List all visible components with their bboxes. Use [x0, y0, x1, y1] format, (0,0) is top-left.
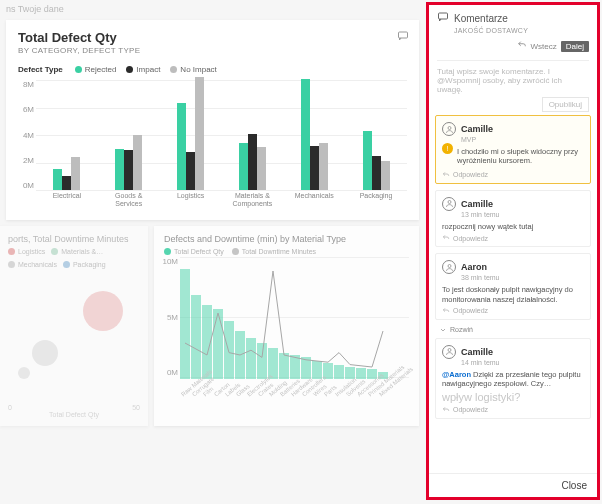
comments-panel: Komentarze JAKOŚĆ DOSTAWCY Wstecz Dalej …	[426, 2, 600, 500]
comment-user: Camille	[461, 347, 493, 357]
avatar	[442, 122, 456, 136]
breadcrumb: ns Twoje dane	[0, 4, 419, 20]
chart-subtitle: BY CATEGORY, DEFECT TYPE	[18, 46, 407, 55]
svg-point-5	[448, 349, 451, 352]
avatar	[442, 345, 456, 359]
expand-button[interactable]: Rozwiń	[439, 326, 591, 334]
chart-card-material[interactable]: Defects and Downtime (min) by Material T…	[154, 226, 419, 426]
comment-time: 14 min temu	[461, 359, 584, 366]
scatter-plot	[8, 272, 140, 402]
comment-user: Camille	[461, 124, 493, 134]
comment-icon[interactable]	[397, 30, 409, 44]
next-button[interactable]: Dalej	[561, 41, 589, 52]
avatar	[442, 260, 456, 274]
comment-item[interactable]: Camille13 min temurozpocznij nowy wątek …	[435, 190, 591, 247]
comments-list: CamilleMVP!I chodziło mi o słupek widocz…	[429, 115, 597, 473]
reply-button[interactable]: Odpowiedz	[442, 307, 584, 315]
grouped-bar-chart: 8M 6M 4M 2M 0M ElectricalGoods & Service…	[36, 80, 407, 210]
svg-rect-1	[439, 13, 448, 19]
chart-title: ports, Total Downtime Minutes	[8, 234, 140, 244]
back-button[interactable]: Wstecz	[531, 42, 557, 51]
avatar	[442, 197, 456, 211]
comment-item[interactable]: Aaron38 min temuTo jest doskonały pulpit…	[435, 253, 591, 320]
comment-item[interactable]: Camille14 min temu@Aaron Dzięki za przes…	[435, 338, 591, 419]
dashboard-area: ns Twoje dane Total Defect Qty BY CATEGO…	[0, 0, 425, 504]
reply-icon[interactable]	[517, 40, 527, 52]
svg-point-3	[448, 201, 451, 204]
badge-icon: !	[442, 143, 453, 154]
svg-point-4	[448, 264, 451, 267]
comment-time: MVP	[461, 136, 584, 143]
chart-title: Total Defect Qty	[18, 30, 407, 45]
comment-input[interactable]: Tutaj wpisz swoje komentarze. I @Wspomni…	[437, 67, 589, 94]
chart-card-scatter[interactable]: ports, Total Downtime Minutes Logistics …	[0, 226, 148, 426]
chart-legend: Defect Type Rejected Impact No Impact	[18, 65, 407, 74]
svg-rect-0	[399, 32, 408, 38]
comment-user: Camille	[461, 199, 493, 209]
comment-item[interactable]: CamilleMVP!I chodziło mi o słupek widocz…	[435, 115, 591, 184]
comment-time: 13 min temu	[461, 211, 584, 218]
comment-extra: wpływ logistyki?	[442, 391, 584, 403]
combo-chart: 10M 5M 0M Raw MaterialsCorrugateFilmCart…	[180, 257, 409, 397]
chart-title: Defects and Downtime (min) by Material T…	[164, 234, 409, 244]
chart-legend: Logistics Materials &… Mechanicals Packa…	[8, 248, 140, 268]
comment-user: Aaron	[461, 262, 487, 272]
comment-icon	[437, 11, 449, 25]
post-button[interactable]: Opublikuj	[542, 97, 589, 112]
panel-subtitle: JAKOŚĆ DOSTAWCY	[454, 27, 589, 34]
svg-point-2	[448, 126, 451, 129]
panel-title: Komentarze	[454, 13, 508, 24]
compose-area: Tutaj wpisz swoje komentarze. I @Wspomni…	[437, 60, 589, 109]
legend-title: Defect Type	[18, 65, 63, 74]
reply-button[interactable]: Odpowiedz	[442, 406, 584, 414]
chart-legend: Total Defect Qty Total Downtime Minutes	[164, 248, 409, 255]
reply-button[interactable]: Odpowiedz	[442, 234, 584, 242]
chart-card-defect-qty[interactable]: Total Defect Qty BY CATEGORY, DEFECT TYP…	[6, 20, 419, 220]
reply-button[interactable]: Odpowiedz	[442, 171, 584, 179]
comment-time: 38 min temu	[461, 274, 584, 281]
close-button[interactable]: Close	[429, 473, 597, 497]
